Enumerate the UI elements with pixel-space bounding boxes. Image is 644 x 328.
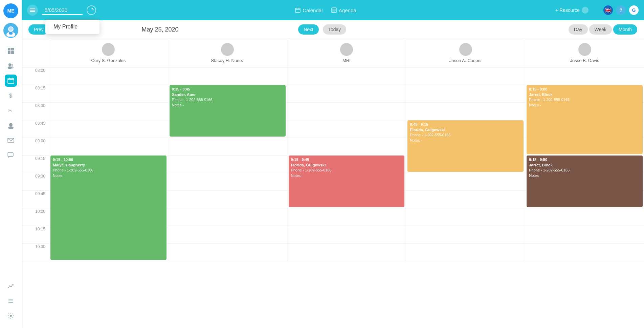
svg-point-10: [11, 64, 13, 66]
sidebar-item-list[interactable]: [5, 295, 17, 307]
time-0900: 09:00: [22, 138, 49, 156]
event-phone: Phone - 1-202-555-0166: [172, 97, 283, 102]
time-1015: 10:15: [22, 226, 49, 244]
event-time: 9:15 - 10:00: [53, 157, 164, 162]
resource-avatar-4: [578, 43, 591, 56]
agenda-label: Agenda: [339, 7, 356, 13]
resource-name-4: Jesse B. Davis: [570, 58, 599, 63]
svg-rect-13: [8, 78, 14, 84]
profile-dropdown-label[interactable]: My Profile: [53, 24, 77, 29]
event-name: Xander, Auer: [172, 92, 283, 97]
resource-column-4: 8:15 - 9:00 Jarret, Block Phone - 1-202-…: [525, 67, 644, 261]
sidebar-item-analytics[interactable]: [5, 280, 17, 292]
calendar-container: Cory S. Gonzales Stacey H. Nunez MRI: [22, 39, 644, 328]
event-name: Florida, Gulgowski: [410, 127, 521, 132]
sidebar-item-calendar[interactable]: [5, 75, 17, 87]
svg-text:✂: ✂: [8, 108, 13, 114]
sidebar-item-billing[interactable]: $: [5, 89, 17, 102]
svg-rect-4: [9, 32, 13, 35]
help-button[interactable]: ?: [616, 5, 626, 15]
resource-toggle: [582, 7, 589, 14]
view-week-button[interactable]: Week: [589, 24, 612, 35]
view-month-button[interactable]: Month: [613, 24, 637, 35]
resource-col-4: Jesse B. Davis: [525, 39, 644, 67]
main-content: Calendar Agenda + Resource 🇬🇧 ? G My Pro…: [22, 0, 644, 328]
svg-rect-22: [8, 152, 13, 157]
event-notes: Notes -: [53, 173, 164, 178]
sidebar-item-contacts[interactable]: [5, 119, 17, 131]
time-0915: 09:15: [22, 156, 49, 173]
view-buttons: Day Week Month: [569, 24, 637, 35]
svg-point-38: [107, 47, 110, 50]
time-0945: 09:45: [22, 191, 49, 208]
resource-name-2: MRI: [342, 58, 351, 63]
event-phone: Phone - 1-202-555-0166: [53, 168, 164, 173]
resource-column-3: 8:45 - 9:15 Florida, Gulgowski Phone - 1…: [406, 67, 525, 261]
resource-button[interactable]: + Resource: [555, 7, 589, 14]
svg-point-12: [11, 66, 14, 68]
sidebar-item-patients[interactable]: [5, 60, 17, 72]
refresh-button[interactable]: [87, 5, 96, 15]
sidebar-item-dashboard[interactable]: [5, 45, 17, 57]
event-name: Jarret, Block: [529, 162, 640, 168]
calendar-nav-item[interactable]: Calendar: [295, 7, 323, 13]
event-notes: Notes -: [529, 173, 640, 178]
svg-point-3: [9, 27, 13, 30]
svg-rect-30: [295, 8, 300, 13]
topbar-nav: Calendar Agenda: [295, 7, 356, 13]
sidebar-avatar[interactable]: [3, 23, 18, 38]
event-ev3[interactable]: 8:45 - 9:15 Florida, Gulgowski Phone - 1…: [407, 120, 524, 172]
today-button[interactable]: Today: [323, 24, 346, 35]
time-labels: 08:00 08:15 08:30 08:45 09:00 09:15 09:3…: [22, 67, 49, 261]
svg-point-46: [583, 47, 586, 50]
resource-avatar-2: [340, 43, 353, 56]
event-phone: Phone - 1-202-555-0166: [410, 132, 521, 138]
resource-name-3: Jason A. Cooper: [449, 58, 482, 63]
event-time: 8:15 - 8:45: [172, 87, 283, 92]
resource-column-2: 9:15 - 9:45 Florida, Gulgowski Phone - 1…: [287, 67, 406, 261]
time-1000: 10:00: [22, 208, 49, 226]
calendar-grid: Cory S. Gonzales Stacey H. Nunez MRI: [22, 39, 644, 261]
sidebar-item-settings[interactable]: [5, 310, 17, 322]
topbar: Calendar Agenda + Resource 🇬🇧 ? G My Pro…: [22, 0, 644, 20]
event-ev6[interactable]: 9:15 - 9:50 Jarret, Block Phone - 1-202-…: [527, 156, 643, 207]
date-input[interactable]: [42, 6, 83, 15]
event-ev4[interactable]: 9:15 - 10:00 Maiya, Daugherty Phone - 1-…: [50, 156, 166, 260]
event-time: 9:15 - 9:50: [529, 157, 640, 162]
svg-point-42: [345, 47, 348, 50]
calendar-header-row: Cory S. Gonzales Stacey H. Nunez MRI: [22, 39, 644, 67]
sidebar-me-button[interactable]: ME: [3, 3, 18, 18]
event-phone: Phone - 1-202-555-0166: [529, 168, 640, 173]
event-notes: Notes -: [410, 138, 521, 143]
calendar-label: Calendar: [303, 7, 323, 13]
language-flag[interactable]: 🇬🇧: [603, 5, 613, 15]
calendar-toolbar: Prev May 25, 2020 Next Today Day Week Mo…: [22, 20, 644, 39]
view-day-button[interactable]: Day: [569, 24, 588, 35]
svg-point-19: [9, 123, 13, 126]
resource-col-1: Stacey H. Nunez: [168, 39, 287, 67]
event-ev1[interactable]: 8:15 - 8:45 Xander, Auer Phone - 1-202-5…: [170, 85, 286, 137]
calendar-columns: 9:15 - 10:00 Maiya, Daugherty Phone - 1-…: [49, 67, 644, 261]
time-1030: 10:30: [22, 244, 49, 261]
event-ev2[interactable]: 8:15 - 9:00 Jarret, Block Phone - 1-202-…: [527, 85, 643, 154]
sidebar-item-chat[interactable]: [5, 149, 17, 161]
sidebar-item-mail[interactable]: [5, 134, 17, 146]
resource-avatar-3: [459, 43, 472, 56]
agenda-nav-item[interactable]: Agenda: [331, 7, 356, 13]
menu-button[interactable]: [27, 5, 38, 16]
time-0815: 08:15: [22, 85, 49, 103]
event-name: Maiya, Daugherty: [53, 162, 164, 168]
event-ev5[interactable]: 9:15 - 9:45 Florida, Gulgowski Phone - 1…: [289, 156, 405, 207]
next-button[interactable]: Next: [298, 24, 319, 35]
resource-col-3: Jason A. Cooper: [406, 39, 525, 67]
svg-point-41: [224, 50, 230, 54]
google-button[interactable]: G: [629, 5, 639, 15]
event-time: 8:45 - 9:15: [410, 122, 521, 127]
resource-column-1: 8:15 - 8:45 Xander, Auer Phone - 1-202-5…: [168, 67, 287, 261]
svg-rect-6: [11, 48, 14, 50]
event-notes: Notes -: [172, 103, 283, 108]
svg-point-39: [105, 50, 111, 54]
sidebar-item-scissors[interactable]: ✂: [5, 104, 17, 117]
event-name: Florida, Gulgowski: [291, 162, 402, 168]
profile-dropdown: My Profile: [45, 20, 99, 34]
